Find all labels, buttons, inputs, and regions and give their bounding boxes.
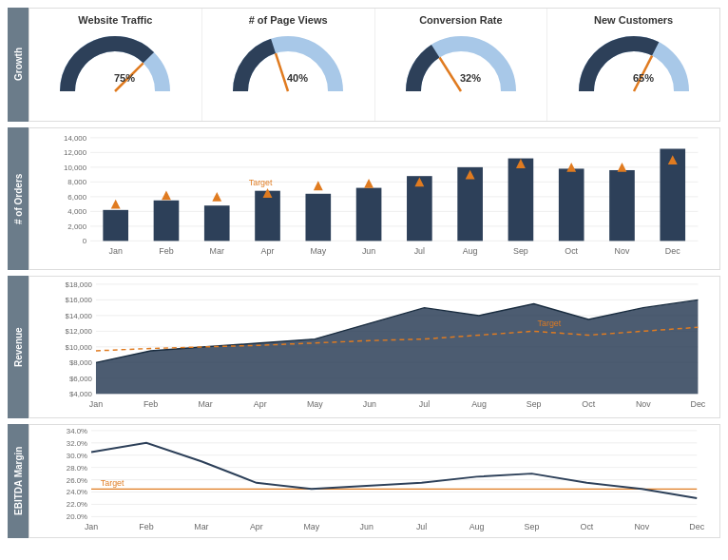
svg-text:Nov: Nov xyxy=(615,246,630,256)
svg-text:Apr: Apr xyxy=(261,246,275,256)
svg-text:0: 0 xyxy=(83,237,87,245)
svg-text:Apr: Apr xyxy=(250,522,263,531)
svg-text:$6,000: $6,000 xyxy=(69,375,93,383)
svg-marker-28 xyxy=(162,190,171,200)
svg-marker-25 xyxy=(111,200,121,209)
svg-text:Target: Target xyxy=(538,319,562,328)
svg-text:20.0%: 20.0% xyxy=(67,512,87,521)
bar-chart-row: # of Orders 02,0004,0006,0008,00010,0001… xyxy=(8,127,720,270)
svg-text:Aug: Aug xyxy=(471,399,487,409)
svg-rect-30 xyxy=(204,205,230,241)
svg-text:May: May xyxy=(307,399,323,409)
line-chart-label: EBITDA Margin xyxy=(8,424,29,538)
svg-text:Mar: Mar xyxy=(198,399,212,409)
svg-line-4 xyxy=(439,58,461,91)
svg-rect-33 xyxy=(255,191,280,241)
svg-text:10,000: 10,000 xyxy=(64,164,87,172)
svg-text:Feb: Feb xyxy=(139,522,153,531)
gauge-svg-0: 75% xyxy=(58,29,172,96)
svg-text:12,000: 12,000 xyxy=(64,148,87,157)
svg-text:40%: 40% xyxy=(287,72,308,84)
svg-text:Oct: Oct xyxy=(582,399,595,409)
svg-text:$12,000: $12,000 xyxy=(66,327,93,336)
svg-text:Jan: Jan xyxy=(85,522,98,531)
svg-text:May: May xyxy=(303,522,319,531)
svg-text:$8,000: $8,000 xyxy=(69,358,93,367)
svg-rect-49 xyxy=(508,159,534,241)
svg-text:May: May xyxy=(310,246,326,256)
svg-text:Nov: Nov xyxy=(636,399,651,409)
svg-text:Mar: Mar xyxy=(210,246,224,256)
svg-rect-52 xyxy=(559,168,584,241)
svg-text:Oct: Oct xyxy=(581,522,594,531)
svg-text:Jul: Jul xyxy=(414,246,425,256)
svg-text:Apr: Apr xyxy=(254,399,267,409)
svg-text:Mar: Mar xyxy=(194,522,208,531)
svg-text:Aug: Aug xyxy=(463,246,478,256)
svg-text:30.0%: 30.0% xyxy=(67,452,87,460)
svg-text:$4,000: $4,000 xyxy=(69,390,93,398)
svg-text:Jan: Jan xyxy=(109,246,123,256)
bar-chart-container: 02,0004,0006,0008,00010,00012,00014,000J… xyxy=(29,127,720,270)
svg-rect-27 xyxy=(154,201,180,241)
gauge-svg-2: 32% xyxy=(404,29,518,96)
gauge-item-1: # of Page Views40% xyxy=(202,9,375,121)
svg-text:$14,000: $14,000 xyxy=(66,312,93,320)
svg-text:Aug: Aug xyxy=(469,522,485,531)
svg-text:32%: 32% xyxy=(460,72,481,84)
gauge-item-3: New Customers65% xyxy=(547,9,719,121)
svg-text:$16,000: $16,000 xyxy=(66,296,93,304)
svg-text:65%: 65% xyxy=(633,72,654,84)
gauge-section-label: Growth xyxy=(8,8,29,122)
svg-text:28.0%: 28.0% xyxy=(67,464,87,473)
svg-text:24.0%: 24.0% xyxy=(67,488,87,496)
svg-text:Jul: Jul xyxy=(419,399,430,409)
line-chart-row: EBITDA Margin 20.0%22.0%24.0%26.0%28.0%3… xyxy=(8,424,720,538)
svg-text:Jun: Jun xyxy=(362,246,375,256)
area-chart-row: Revenue $4,000$6,000$8,000$10,000$12,000… xyxy=(8,276,720,418)
svg-text:Dec: Dec xyxy=(691,399,706,409)
svg-text:Jun: Jun xyxy=(363,399,376,409)
bar-chart-svg: 02,0004,0006,0008,00010,00012,00014,000J… xyxy=(29,128,719,269)
gauge-title-1: # of Page Views xyxy=(249,14,328,26)
svg-rect-40 xyxy=(356,188,382,241)
gauge-svg-3: 65% xyxy=(577,29,691,96)
svg-text:Nov: Nov xyxy=(634,522,649,531)
svg-marker-38 xyxy=(314,181,323,190)
svg-text:32.0%: 32.0% xyxy=(67,439,87,448)
gauge-title-2: Conversion Rate xyxy=(419,14,502,26)
svg-text:Jan: Jan xyxy=(89,399,103,409)
svg-text:Target: Target xyxy=(249,178,273,187)
svg-text:Sep: Sep xyxy=(527,399,542,409)
dashboard: Growth Website Traffic75%# of Page Views… xyxy=(0,0,728,560)
gauge-svg-1: 40% xyxy=(231,29,345,96)
svg-rect-24 xyxy=(103,210,128,241)
svg-text:Sep: Sep xyxy=(513,246,528,256)
area-chart-svg: $4,000$6,000$8,000$10,000$12,000$14,000$… xyxy=(29,277,719,417)
gauge-title-3: New Customers xyxy=(594,14,673,26)
svg-rect-37 xyxy=(305,194,331,241)
svg-text:$18,000: $18,000 xyxy=(66,280,93,289)
svg-text:Feb: Feb xyxy=(159,246,173,256)
gauges-container: Website Traffic75%# of Page Views40%Conv… xyxy=(29,8,720,122)
svg-marker-41 xyxy=(364,179,374,188)
line-chart-container: 20.0%22.0%24.0%26.0%28.0%30.0%32.0%34.0%… xyxy=(29,424,720,538)
svg-text:34.0%: 34.0% xyxy=(67,427,87,435)
svg-text:Jun: Jun xyxy=(360,522,374,531)
svg-text:4,000: 4,000 xyxy=(67,207,86,216)
gauge-item-0: Website Traffic75% xyxy=(29,9,202,121)
svg-text:Target: Target xyxy=(101,478,125,488)
svg-text:Sep: Sep xyxy=(525,522,540,531)
area-chart-container: $4,000$6,000$8,000$10,000$12,000$14,000$… xyxy=(29,276,720,418)
svg-text:75%: 75% xyxy=(114,72,135,84)
bar-chart-label: # of Orders xyxy=(8,127,29,270)
svg-text:26.0%: 26.0% xyxy=(67,476,87,485)
svg-text:$10,000: $10,000 xyxy=(66,343,93,352)
svg-text:14,000: 14,000 xyxy=(64,134,87,143)
gauge-item-2: Conversion Rate32% xyxy=(375,9,548,121)
svg-text:Dec: Dec xyxy=(689,522,704,531)
svg-text:Jul: Jul xyxy=(416,522,427,531)
svg-text:2,000: 2,000 xyxy=(67,222,86,231)
gauge-row: Growth Website Traffic75%# of Page Views… xyxy=(8,8,720,122)
line-chart-svg: 20.0%22.0%24.0%26.0%28.0%30.0%32.0%34.0%… xyxy=(29,425,719,537)
